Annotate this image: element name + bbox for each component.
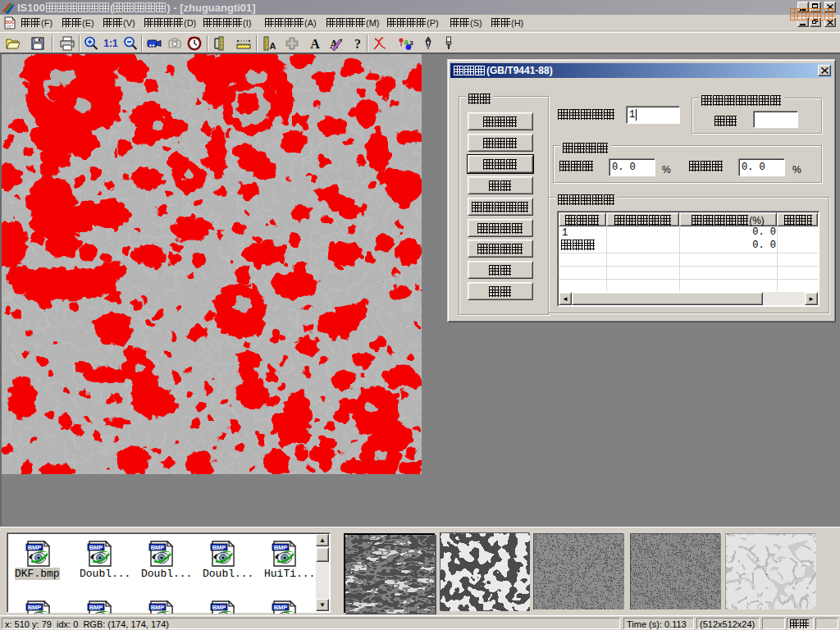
svg-text:BMP: BMP bbox=[212, 604, 226, 611]
svg-text:BMP: BMP bbox=[151, 604, 165, 611]
svg-text:BMP: BMP bbox=[212, 544, 226, 551]
svg-text:A: A bbox=[310, 37, 320, 51]
svg-text:BMP: BMP bbox=[274, 544, 288, 551]
svg-text:A: A bbox=[270, 41, 276, 51]
svg-text:BMP: BMP bbox=[274, 604, 288, 611]
svg-text:BMP: BMP bbox=[28, 544, 42, 551]
svg-text:BMP: BMP bbox=[28, 604, 42, 611]
svg-text:DOC: DOC bbox=[5, 20, 15, 25]
svg-text:?: ? bbox=[354, 37, 361, 51]
svg-text:BMP: BMP bbox=[89, 544, 103, 551]
svg-text:BMP: BMP bbox=[89, 604, 103, 611]
svg-text:1:1: 1:1 bbox=[103, 38, 118, 49]
svg-text:BMP: BMP bbox=[151, 544, 165, 551]
svg-text:3: 3 bbox=[409, 39, 413, 47]
